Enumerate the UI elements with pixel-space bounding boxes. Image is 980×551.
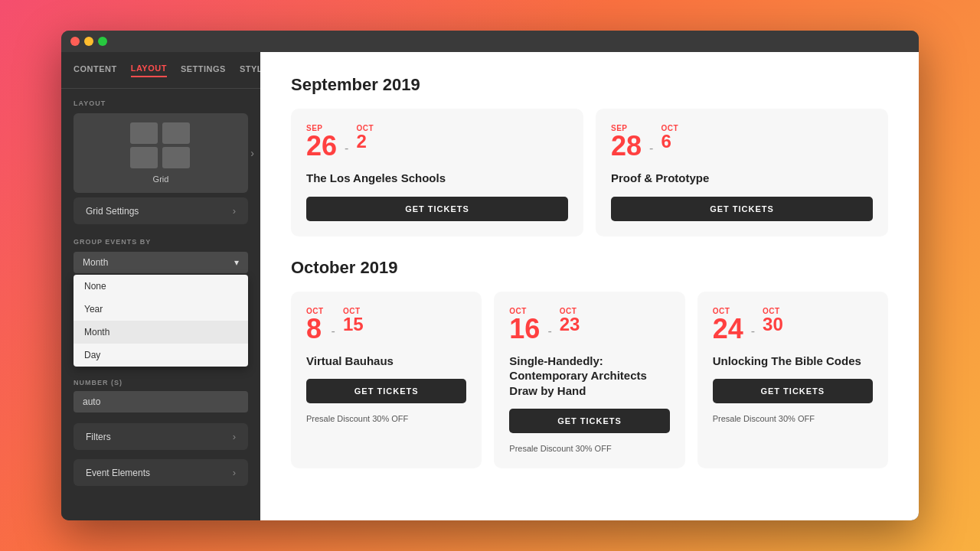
date-separator-icon: - [649,142,653,160]
end-day: 2 [356,132,374,151]
event-elements-row[interactable]: Event Elements › [74,459,248,486]
grid-cell [130,122,158,144]
date-separator-icon: - [751,324,755,343]
start-date-group: SEP 26 [306,124,337,160]
layout-type-label: Grid [153,174,169,184]
window-body: CONTENT LAYOUT SETTINGS STYLE LAYOUT Gri… [61,52,919,520]
grid-cell [162,147,190,168]
month-title-september: September 2019 [291,75,888,95]
start-date-group: OCT 8 [306,307,324,343]
end-date-group: OCT 15 [343,307,364,334]
main-content: September 2019 SEP 26 - OCT 2 [260,52,919,520]
date-separator-icon: - [547,324,551,343]
tab-style[interactable]: STYLE [240,64,260,77]
minimize-dot[interactable] [84,37,93,46]
end-date-group: OCT 2 [356,124,374,151]
start-day: 26 [306,132,337,160]
start-date-group: OCT 24 [713,307,743,343]
date-separator-icon: - [332,324,335,343]
end-day: 15 [343,315,364,334]
tab-layout[interactable]: LAYOUT [131,64,167,77]
presale-text-bauhaus: Presale Discount 30% OFF [306,414,466,423]
event-elements-arrow-icon: › [233,467,236,478]
maximize-dot[interactable] [98,37,107,46]
grid-cell [130,147,158,168]
dropdown-menu: None Year Month Day [74,275,248,367]
event-card-la-schools: SEP 26 - OCT 2 The Los Angeles Schools G… [291,109,583,236]
end-day: 23 [560,315,580,334]
get-tickets-button-bible[interactable]: GET TICKETS [713,379,873,403]
get-tickets-button-bauhaus[interactable]: GET TICKETS [306,379,466,403]
end-date-group: OCT 30 [763,307,783,334]
layout-preview[interactable]: Grid [74,113,248,193]
month-section-october: October 2019 OCT 8 - OCT 15 [291,258,888,469]
tab-settings[interactable]: SETTINGS [181,64,226,77]
presale-text-bible: Presale Discount 30% OFF [713,414,873,423]
filters-arrow-icon: › [233,431,236,442]
september-events-grid: SEP 26 - OCT 2 The Los Angeles Schools G… [291,109,888,236]
grid-cell [162,122,190,144]
date-separator-icon: - [345,142,348,160]
start-day: 16 [509,315,540,343]
end-date-group: OCT 23 [560,307,580,334]
number-input-section: NUMBER (S) auto [74,379,248,412]
titlebar [61,31,919,52]
month-section-september: September 2019 SEP 26 - OCT 2 [291,75,888,236]
event-date-bauhaus: OCT 8 - OCT 15 [306,307,466,343]
event-name-single-handedly: Single-Handedly: Contemporary Architects… [509,354,669,399]
number-input-label: NUMBER (S) [74,379,248,386]
layout-section-label: LAYOUT [61,89,260,113]
event-name-bauhaus: Virtual Bauhaus [306,354,466,369]
filters-label: Filters [86,432,111,442]
dropdown-item-month[interactable]: Month [74,321,248,344]
get-tickets-button-la-schools[interactable]: GET TICKETS [306,197,568,221]
october-events-grid: OCT 8 - OCT 15 Virtual Bauhaus GET TICKE… [291,292,888,469]
tab-content[interactable]: CONTENT [74,64,117,77]
dropdown-current-value: Month [83,257,108,268]
grid-settings-arrow-icon: › [233,205,236,217]
event-name-la-schools: The Los Angeles Schools [306,171,568,186]
start-day: 24 [713,315,743,343]
filters-row[interactable]: Filters › [74,423,248,450]
grid-preview [130,122,191,168]
group-events-section: GROUP EVENTS BY Month ▾ None Year Month … [61,229,260,373]
event-card-single-handedly: OCT 16 - OCT 23 Single-Handedly: Contemp… [494,292,684,469]
layout-arrow-icon: › [250,147,254,159]
presale-text-single: Presale Discount 30% OFF [509,444,669,453]
start-day: 8 [306,315,324,343]
event-date-proof: SEP 28 - OCT 6 [611,124,873,160]
end-day: 30 [763,315,783,334]
end-day: 6 [661,132,678,151]
get-tickets-button-proof[interactable]: GET TICKETS [611,197,873,221]
dropdown-item-year[interactable]: Year [74,298,248,321]
dropdown-arrow-icon: ▾ [234,257,239,268]
grid-settings-label: Grid Settings [86,206,139,217]
event-card-bauhaus: OCT 8 - OCT 15 Virtual Bauhaus GET TICKE… [291,292,482,469]
event-name-bible-codes: Unlocking The Bible Codes [713,354,873,369]
layout-preview-wrapper: Grid › [61,113,260,193]
sidebar: CONTENT LAYOUT SETTINGS STYLE LAYOUT Gri… [61,52,260,520]
traffic-lights [70,37,107,46]
app-window: CONTENT LAYOUT SETTINGS STYLE LAYOUT Gri… [61,31,919,520]
group-by-dropdown[interactable]: Month ▾ None Year Month Day [74,252,248,367]
close-dot[interactable] [70,37,80,46]
group-events-label: GROUP EVENTS BY [74,238,248,246]
event-name-proof: Proof & Prototype [611,171,873,186]
end-date-group: OCT 6 [661,124,678,151]
start-day: 28 [611,132,642,160]
number-input-field[interactable]: auto [74,391,248,412]
dropdown-item-day[interactable]: Day [74,344,248,367]
month-title-october: October 2019 [291,258,888,278]
get-tickets-button-single[interactable]: GET TICKETS [509,409,669,433]
start-date-group: SEP 28 [611,124,642,160]
event-card-proof: SEP 28 - OCT 6 Proof & Prototype GET TIC… [596,109,888,236]
event-date-single: OCT 16 - OCT 23 [509,307,669,343]
event-card-bible-codes: OCT 24 - OCT 30 Unlocking The Bible Code… [697,292,888,469]
start-date-group: OCT 16 [509,307,540,343]
event-date-la-schools: SEP 26 - OCT 2 [306,124,568,160]
dropdown-selected-value[interactable]: Month ▾ [74,252,248,273]
grid-settings-row[interactable]: Grid Settings › [74,197,248,224]
dropdown-item-none[interactable]: None [74,275,248,298]
event-elements-label: Event Elements [86,468,150,478]
event-date-bible: OCT 24 - OCT 30 [713,307,873,343]
